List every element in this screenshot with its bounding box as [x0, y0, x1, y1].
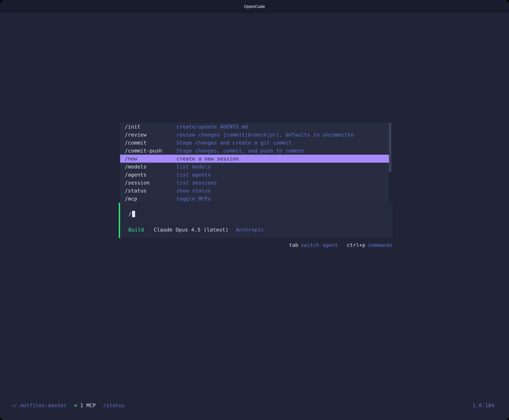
- command-name: /agents: [125, 172, 176, 178]
- command-item-commit-push[interactable]: /commit-pushStage changes, commit, and p…: [120, 147, 391, 155]
- command-item-review[interactable]: /reviewreview changes [commit|branch|pr]…: [120, 131, 391, 139]
- hint-label-commands: commands: [368, 242, 393, 248]
- opencode-window: OpenCode /initcreate/update AGENTS.md/re…: [0, 0, 509, 420]
- command-description: Stage changes, commit, and push to remot…: [176, 148, 304, 154]
- status-bar-right: 1.0.184: [472, 402, 494, 408]
- window-title: OpenCode: [244, 4, 265, 9]
- command-item-mcp[interactable]: /mcptoggle MCPs: [120, 195, 391, 203]
- command-name: /init: [125, 124, 176, 130]
- prompt-input-line[interactable]: /: [129, 210, 393, 218]
- agent-badge: Build: [129, 227, 144, 233]
- command-description: list models: [176, 164, 211, 170]
- command-description: toggle MCPs: [176, 196, 211, 202]
- titlebar: OpenCode: [0, 0, 509, 13]
- command-name: /new: [125, 156, 176, 162]
- palette-scrollbar[interactable]: [389, 123, 391, 203]
- command-list: /initcreate/update AGENTS.md/reviewrevie…: [120, 123, 391, 203]
- command-item-agents[interactable]: /agentslist agents: [120, 171, 391, 179]
- command-item-new[interactable]: /newcreate a new session: [120, 155, 391, 163]
- command-description: Stage changes and create a git commit: [176, 140, 292, 146]
- command-palette: /initcreate/update AGENTS.md/reviewrevie…: [120, 123, 391, 203]
- hint-key-tab: tab: [289, 242, 298, 248]
- provider-name: Anthropic: [236, 227, 264, 233]
- agent-status-line: Build Claude Opus 4.5 (latest) Anthropic: [129, 226, 393, 234]
- command-item-session[interactable]: /sessionlist sessions: [120, 179, 391, 187]
- command-item-init[interactable]: /initcreate/update AGENTS.md: [120, 123, 391, 131]
- scrollbar-thumb[interactable]: [389, 123, 391, 172]
- command-item-commit[interactable]: /commitStage changes and create a git co…: [120, 139, 391, 147]
- version-label: 1.0.184: [472, 402, 494, 408]
- command-item-status[interactable]: /statusshow status: [120, 187, 391, 195]
- command-description: show status: [176, 188, 211, 194]
- hint-key-ctrl-p: ctrl+p: [347, 242, 365, 248]
- command-description: create/update AGENTS.md: [176, 124, 248, 130]
- text-cursor: [132, 211, 135, 217]
- command-description: list agents: [176, 172, 211, 178]
- command-description: review changes [commit|branch|pr], defau…: [176, 132, 354, 138]
- status-bar: ~/.dotfiles:master ⊙ 1 MCP /status 1.0.1…: [11, 402, 494, 408]
- command-description: list sessions: [176, 180, 217, 186]
- command-name: /commit: [125, 140, 176, 146]
- command-name: /status: [125, 188, 176, 194]
- command-item-models[interactable]: /modelslist models: [120, 163, 391, 171]
- mcp-status: ⊙ 1 MCP: [74, 402, 96, 408]
- mcp-count: 1 MCP: [80, 402, 96, 408]
- command-name: /models: [125, 164, 176, 170]
- status-command: /status: [103, 402, 125, 408]
- command-name: /mcp: [125, 196, 176, 202]
- command-name: /commit-push: [125, 148, 176, 154]
- git-path: ~/.dotfiles:master: [11, 402, 67, 408]
- command-description: create a new session: [176, 156, 239, 162]
- prompt-input-value: /: [129, 211, 132, 217]
- prompt-input-box[interactable]: / Build Claude Opus 4.5 (latest) Anthrop…: [119, 203, 393, 238]
- model-name: Claude Opus 4.5 (latest): [154, 227, 228, 233]
- mcp-status-icon: ⊙: [74, 402, 77, 408]
- hint-label-switch-agent: switch agent: [301, 242, 338, 248]
- status-bar-left: ~/.dotfiles:master ⊙ 1 MCP /status: [11, 402, 125, 408]
- command-name: /session: [125, 180, 176, 186]
- command-name: /review: [125, 132, 176, 138]
- keyboard-hints: tabswitch agentctrl+pcommands: [120, 242, 393, 248]
